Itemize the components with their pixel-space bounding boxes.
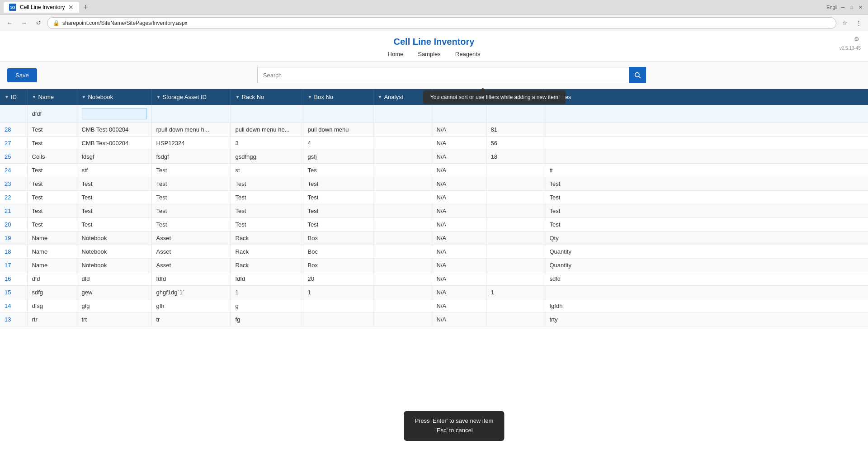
row-rack: Rack [231, 259, 303, 272]
tab-close-button[interactable]: ✕ [68, 4, 74, 11]
row-notes: Test [545, 218, 868, 232]
row-quantity: 1 [486, 286, 545, 299]
address-bar[interactable]: 🔒 sharepoint.com/SiteName/SitePages/Inve… [47, 17, 836, 29]
nav-reagents[interactable]: Reagents [455, 51, 481, 57]
row-name: rtr [27, 313, 77, 326]
row-id[interactable]: 18 [0, 245, 27, 259]
row-id[interactable]: 25 [0, 150, 27, 164]
row-id[interactable]: 20 [0, 218, 27, 232]
row-notes: Quantity [545, 245, 868, 259]
table-row: 13rtrtrttrfgN/Atrty [0, 313, 868, 326]
row-id[interactable]: 17 [0, 259, 27, 272]
row-analyst [373, 272, 432, 286]
row-notes: Quantity [545, 259, 868, 272]
new-row-analyst-cell [373, 105, 432, 123]
col-header-rack[interactable]: ▼Rack No [231, 89, 303, 105]
col-header-notebook[interactable]: ▼Notebook [77, 89, 151, 105]
minimize-button[interactable]: ─ [840, 5, 847, 10]
row-storage: fsdgf [151, 150, 231, 164]
col-header-storage[interactable]: ▼Storage Asset ID [151, 89, 231, 105]
row-name: Test [27, 164, 77, 177]
row-id[interactable]: 28 [0, 123, 27, 137]
browser-nav: ← → ↺ 🔒 sharepoint.com/SiteName/SitePage… [0, 14, 868, 31]
row-id[interactable]: 15 [0, 286, 27, 299]
search-button[interactable] [629, 67, 646, 83]
row-id[interactable]: 22 [0, 191, 27, 204]
browser-chrome: S3 Cell Line Inventory ✕ + Engli ─ □ ✕ ←… [0, 0, 868, 31]
refresh-button[interactable]: ↺ [33, 17, 44, 29]
new-row-notebook-input[interactable] [82, 108, 147, 119]
row-id[interactable]: 23 [0, 177, 27, 191]
browser-titlebar: S3 Cell Line Inventory ✕ + Engli ─ □ ✕ [0, 0, 868, 14]
col-header-quantity[interactable]: ▼Quantity [486, 89, 545, 105]
table-row: 18NameNotebookAssetRackBocN/AQuantity [0, 245, 868, 259]
row-analyst [373, 177, 432, 191]
table-container: ▼ID ▼Name ▼Notebook ▼Storage Asset ID ▼R… [0, 89, 868, 326]
back-button[interactable]: ← [4, 17, 15, 29]
row-rack: Test [231, 218, 303, 232]
col-header-date[interactable]: ▼Date [432, 89, 486, 105]
col-header-box[interactable]: ▼Box No [303, 89, 373, 105]
nav-home[interactable]: Home [388, 51, 404, 57]
new-row-notebook-cell[interactable] [77, 105, 151, 123]
table-row: 14dfsggfggfhgN/Afgfdh [0, 299, 868, 313]
bookmark-button[interactable]: ☆ [839, 17, 851, 29]
row-notes: Test [545, 191, 868, 204]
row-quantity [486, 313, 545, 326]
row-date: N/A [432, 299, 486, 313]
row-date: N/A [432, 313, 486, 326]
new-row-name-value: dfdf [32, 110, 42, 117]
new-tab-button[interactable]: + [79, 1, 92, 14]
col-header-name[interactable]: ▼Name [27, 89, 77, 105]
row-box: 20 [303, 272, 373, 286]
row-name: Test [27, 177, 77, 191]
row-notes [545, 150, 868, 164]
row-id[interactable]: 16 [0, 272, 27, 286]
row-box [303, 313, 373, 326]
row-notebook: CMB Test-000204 [77, 137, 151, 150]
row-analyst [373, 259, 432, 272]
new-row-id-cell [0, 105, 27, 123]
row-rack: Rack [231, 245, 303, 259]
row-storage: Asset [151, 259, 231, 272]
row-rack: fg [231, 313, 303, 326]
row-quantity: 56 [486, 137, 545, 150]
row-id[interactable]: 27 [0, 137, 27, 150]
row-storage: Asset [151, 245, 231, 259]
nav-samples[interactable]: Samples [418, 51, 441, 57]
maximize-button[interactable]: □ [848, 5, 855, 10]
row-box: gsfj [303, 150, 373, 164]
row-id[interactable]: 21 [0, 204, 27, 218]
search-input[interactable] [257, 67, 629, 83]
row-notes [545, 137, 868, 150]
row-id[interactable]: 13 [0, 313, 27, 326]
row-box: Tes [303, 164, 373, 177]
save-button[interactable]: Save [7, 68, 37, 82]
row-notebook: Test [77, 177, 151, 191]
col-header-notes[interactable]: ▼Notes [545, 89, 868, 105]
row-box: Test [303, 177, 373, 191]
row-quantity [486, 232, 545, 245]
menu-button[interactable]: ⋮ [853, 17, 864, 29]
row-rack: 3 [231, 137, 303, 150]
row-id[interactable]: 19 [0, 232, 27, 245]
row-analyst [373, 137, 432, 150]
browser-tab[interactable]: S3 Cell Line Inventory ✕ [4, 2, 79, 13]
col-header-analyst[interactable]: ▼Analyst [373, 89, 432, 105]
row-quantity: 18 [486, 150, 545, 164]
table-row: 20TestTestTestTestTestN/ATest [0, 218, 868, 232]
forward-button[interactable]: → [18, 17, 30, 29]
row-notes: fgfdh [545, 299, 868, 313]
row-notes: sdfd [545, 272, 868, 286]
row-notebook: Notebook [77, 245, 151, 259]
table-row: 25CellsfdsgffsdgfgsdfhgggsfjN/A18 [0, 150, 868, 164]
row-quantity [486, 204, 545, 218]
close-button[interactable]: ✕ [857, 5, 864, 10]
row-id[interactable]: 14 [0, 299, 27, 313]
row-rack: Test [231, 177, 303, 191]
row-analyst [373, 218, 432, 232]
col-header-id[interactable]: ▼ID [0, 89, 27, 105]
row-id[interactable]: 24 [0, 164, 27, 177]
row-analyst [373, 123, 432, 137]
settings-icon[interactable]: ⚙ [853, 36, 861, 44]
